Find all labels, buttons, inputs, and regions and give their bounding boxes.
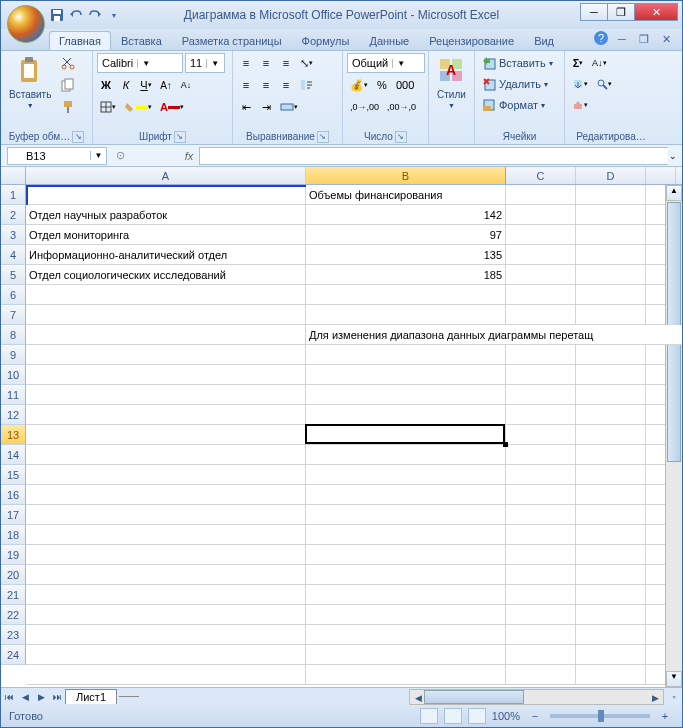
row-header[interactable]: 10	[1, 365, 26, 385]
cell[interactable]: Отдел социологических исследований	[26, 265, 306, 285]
row-header[interactable]: 16	[1, 485, 26, 505]
minimize-button[interactable]: ─	[580, 3, 608, 21]
page-break-view-icon[interactable]	[468, 708, 486, 724]
scroll-up-icon[interactable]: ▲	[666, 185, 682, 201]
last-sheet-icon[interactable]: ⏭	[49, 689, 65, 705]
tab-view[interactable]: Вид	[524, 31, 564, 50]
clear-icon[interactable]: ▾	[569, 95, 591, 115]
align-middle-icon[interactable]: ≡	[257, 53, 275, 73]
decrease-font-icon[interactable]: A↓	[177, 75, 195, 95]
name-box[interactable]: B13▼	[7, 147, 107, 165]
delete-cells-button[interactable]: Удалить▾	[479, 74, 551, 94]
sheet-tab[interactable]: Лист1	[65, 689, 117, 704]
row-header[interactable]: 9	[1, 345, 26, 365]
font-dialog-icon[interactable]: ↘	[174, 131, 186, 143]
row-header[interactable]: 8	[1, 325, 26, 345]
comma-format-icon[interactable]: 000	[393, 75, 417, 95]
fill-icon[interactable]: ▾	[569, 74, 591, 94]
row-header[interactable]: 17	[1, 505, 26, 525]
save-icon[interactable]	[49, 7, 65, 23]
find-select-icon[interactable]: ▾	[593, 74, 615, 94]
accounting-format-icon[interactable]: 💰▾	[347, 75, 371, 95]
cell[interactable]: 142	[306, 205, 506, 225]
cells-grid[interactable]: Объемы финансированияОтдел научных разра…	[26, 185, 682, 687]
row-header[interactable]: 22	[1, 605, 26, 625]
increase-decimal-icon[interactable]: ,0→,00	[347, 97, 382, 117]
orientation-icon[interactable]: ⤡▾	[297, 53, 316, 73]
fx-icon[interactable]: fx	[179, 150, 199, 162]
cell[interactable]: Отдел научных разработок	[26, 205, 306, 225]
row-header[interactable]: 21	[1, 585, 26, 605]
format-painter-icon[interactable]	[58, 97, 78, 117]
expand-formula-bar-icon[interactable]: ⌄	[666, 147, 680, 165]
qat-menu-icon[interactable]: ▾	[106, 7, 122, 23]
row-header[interactable]: 19	[1, 545, 26, 565]
row-header[interactable]: 1	[1, 185, 26, 205]
cell[interactable]: Объемы финансирования	[306, 185, 506, 205]
decrease-decimal-icon[interactable]: ,00→,0	[384, 97, 419, 117]
wrap-text-icon[interactable]	[297, 75, 317, 95]
zoom-thumb[interactable]	[598, 710, 604, 722]
row-header[interactable]: 18	[1, 525, 26, 545]
close-button[interactable]: ✕	[634, 3, 678, 21]
merge-center-icon[interactable]: ▾	[277, 97, 301, 117]
decrease-indent-icon[interactable]: ⇤	[237, 97, 255, 117]
autosum-icon[interactable]: Σ▾	[569, 53, 587, 73]
column-header[interactable]: C	[506, 167, 576, 184]
row-header[interactable]: 3	[1, 225, 26, 245]
tab-insert[interactable]: Вставка	[111, 31, 172, 50]
borders-button[interactable]: ▾	[97, 97, 119, 117]
zoom-in-icon[interactable]: +	[656, 706, 674, 726]
row-header[interactable]: 20	[1, 565, 26, 585]
row-header[interactable]: 15	[1, 465, 26, 485]
row-header[interactable]: 2	[1, 205, 26, 225]
zoom-value[interactable]: 100%	[492, 710, 520, 722]
format-cells-button[interactable]: Формат▾	[479, 95, 548, 115]
first-sheet-icon[interactable]: ⏮	[1, 689, 17, 705]
row-header[interactable]: 23	[1, 625, 26, 645]
fill-color-button[interactable]: ▾	[121, 97, 155, 117]
restore-window-icon[interactable]: ❐	[636, 31, 652, 47]
align-top-icon[interactable]: ≡	[237, 53, 255, 73]
close-workbook-icon[interactable]: ✕	[658, 31, 674, 47]
font-color-button[interactable]: A▾	[157, 97, 187, 117]
prev-sheet-icon[interactable]: ◀	[17, 689, 33, 705]
cell[interactable]: Отдел мониторинга	[26, 225, 306, 245]
next-sheet-icon[interactable]: ▶	[33, 689, 49, 705]
row-header[interactable]: 12	[1, 405, 26, 425]
align-left-icon[interactable]: ≡	[237, 75, 255, 95]
number-format-combo[interactable]: Общий▼	[347, 53, 425, 73]
underline-button[interactable]: Ч▾	[137, 75, 155, 95]
number-dialog-icon[interactable]: ↘	[395, 131, 407, 143]
maximize-button[interactable]: ❐	[607, 3, 635, 21]
row-header[interactable]: 6	[1, 285, 26, 305]
tab-data[interactable]: Данные	[359, 31, 419, 50]
horizontal-scrollbar[interactable]: ◀ ▶	[409, 689, 664, 705]
sort-filter-icon[interactable]: A↓▾	[589, 53, 610, 73]
column-header[interactable]	[646, 167, 676, 184]
fill-handle[interactable]	[503, 442, 508, 447]
column-header[interactable]: B	[306, 167, 506, 184]
percent-format-icon[interactable]: %	[373, 75, 391, 95]
styles-button[interactable]: A Стили ▼	[433, 53, 470, 111]
column-header[interactable]: A	[26, 167, 306, 184]
cell[interactable]: Для изменения диапазона данных диаграммы…	[306, 325, 682, 345]
cell[interactable]: 97	[306, 225, 506, 245]
row-header[interactable]: 11	[1, 385, 26, 405]
increase-font-icon[interactable]: A↑	[157, 75, 175, 95]
hscroll-thumb[interactable]	[424, 690, 524, 704]
align-bottom-icon[interactable]: ≡	[277, 53, 295, 73]
tab-home[interactable]: Главная	[49, 31, 111, 50]
help-icon[interactable]: ?	[594, 31, 608, 45]
column-header[interactable]: D	[576, 167, 646, 184]
align-center-icon[interactable]: ≡	[257, 75, 275, 95]
undo-icon[interactable]	[68, 7, 84, 23]
align-dialog-icon[interactable]: ↘	[317, 131, 329, 143]
vertical-scrollbar[interactable]: ▲ ▼	[665, 185, 682, 687]
normal-view-icon[interactable]	[420, 708, 438, 724]
tab-review[interactable]: Рецензирование	[419, 31, 524, 50]
tab-split-icon[interactable]: ▫	[666, 689, 682, 705]
office-button[interactable]	[7, 5, 45, 43]
row-header[interactable]: 4	[1, 245, 26, 265]
formula-input[interactable]	[199, 147, 668, 165]
